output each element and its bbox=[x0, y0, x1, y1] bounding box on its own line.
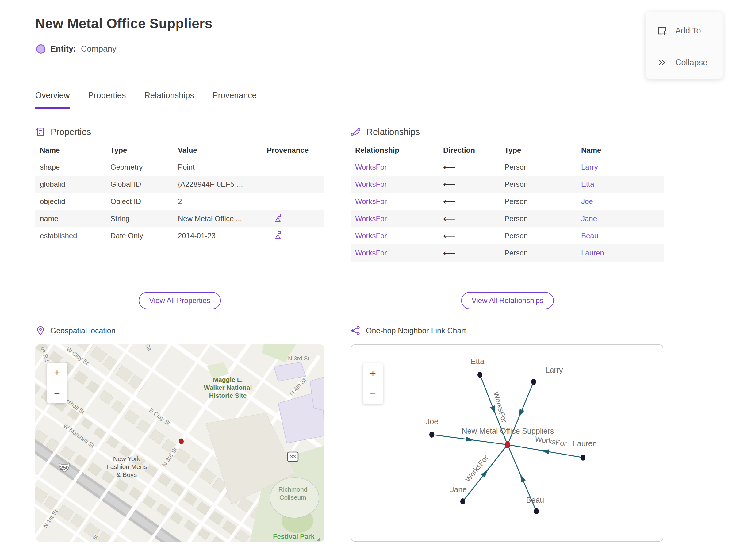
related-entity-link[interactable]: Jane bbox=[581, 214, 597, 223]
related-entity-type: Person bbox=[500, 193, 577, 210]
tab-bar: Overview Properties Relationships Proven… bbox=[35, 91, 257, 109]
property-row: objectidObject ID2 bbox=[35, 193, 324, 210]
page-title: New Metal Office Suppliers bbox=[35, 16, 213, 31]
property-value: Point bbox=[173, 159, 262, 176]
tab-overview[interactable]: Overview bbox=[35, 91, 70, 109]
geospatial-map[interactable]: ok RdW Clay StSaMarshall StW Marshall St… bbox=[35, 344, 324, 542]
relationship-row: WorksFor⟵PersonEtta bbox=[351, 176, 664, 193]
link-chart-section-header: One-hop Neighbor Link Chart bbox=[351, 326, 466, 336]
one-hop-link-chart[interactable]: WorksForWorksForWorksForEttaLarryJoeLaur… bbox=[351, 344, 663, 542]
graph-edge-arrowhead bbox=[518, 473, 526, 482]
graph-node[interactable] bbox=[460, 498, 465, 504]
property-value: 2014-01-23 bbox=[173, 227, 262, 244]
related-entity-type: Person bbox=[500, 244, 577, 262]
property-type: Global ID bbox=[106, 176, 173, 193]
one-hop-chart-icon bbox=[351, 326, 360, 336]
property-name: objectid bbox=[35, 193, 106, 210]
link-chart-canvas: WorksForWorksForWorksForEttaLarryJoeLaur… bbox=[351, 345, 663, 541]
property-row: shapeGeometryPoint bbox=[35, 159, 324, 176]
entity-type-value: Company bbox=[81, 44, 117, 54]
relationship-type-link[interactable]: WorksFor bbox=[355, 249, 387, 257]
provenance-flag-icon[interactable] bbox=[274, 213, 282, 222]
view-all-relationships-button[interactable]: View All Relationships bbox=[461, 292, 554, 309]
graph-node[interactable] bbox=[534, 508, 539, 514]
property-type: Object ID bbox=[106, 193, 173, 210]
property-value: 2 bbox=[173, 193, 262, 210]
relationship-type-link[interactable]: WorksFor bbox=[355, 197, 387, 205]
map-zoom-out-button[interactable]: − bbox=[47, 383, 67, 404]
relationship-type-link[interactable]: WorksFor bbox=[355, 232, 387, 240]
view-all-properties-button[interactable]: View All Properties bbox=[139, 292, 221, 309]
route-shield: 33 bbox=[288, 452, 298, 461]
properties-table: Name Type Value Provenance shapeGeometry… bbox=[35, 142, 324, 244]
graph-node-label: Larry bbox=[546, 366, 563, 374]
related-entity-link[interactable]: Joe bbox=[581, 197, 593, 205]
tab-relationships[interactable]: Relationships bbox=[144, 91, 194, 109]
relationship-type-link[interactable]: WorksFor bbox=[355, 214, 387, 223]
provenance-flag-icon[interactable] bbox=[274, 230, 282, 240]
graph-edge-label: WorksFor bbox=[463, 454, 490, 483]
relationship-type-link[interactable]: WorksFor bbox=[355, 163, 387, 171]
properties-memo-icon bbox=[35, 127, 45, 137]
chart-zoom-in-button[interactable]: + bbox=[363, 363, 383, 384]
double-chevron-right-icon bbox=[657, 57, 667, 68]
property-value: {A228944F-0EF5-... bbox=[173, 176, 262, 193]
map-label: New York bbox=[113, 455, 140, 462]
chart-zoom-control: + − bbox=[363, 363, 383, 404]
direction-arrow: ⟵ bbox=[443, 214, 455, 224]
property-row: establishedDate Only2014-01-23 bbox=[35, 227, 324, 244]
related-entity-link[interactable]: Beau bbox=[581, 232, 598, 240]
actions-popover: Add To Collapse bbox=[646, 12, 723, 79]
direction-arrow: ⟵ bbox=[443, 197, 455, 206]
map-label: Maggie L. bbox=[213, 376, 243, 383]
related-entity-type: Person bbox=[500, 227, 577, 244]
graph-node[interactable] bbox=[581, 455, 585, 461]
property-provenance bbox=[262, 159, 324, 176]
svg-text:33: 33 bbox=[290, 454, 296, 460]
graph-node[interactable] bbox=[531, 379, 536, 385]
property-type: Geometry bbox=[106, 159, 173, 176]
tab-properties[interactable]: Properties bbox=[88, 91, 126, 109]
map-zoom-in-button[interactable]: + bbox=[47, 363, 67, 383]
collapse-label: Collapse bbox=[675, 58, 707, 67]
map-pin-icon bbox=[36, 326, 45, 336]
relationship-row: WorksFor⟵PersonLarry bbox=[351, 159, 664, 176]
property-name: shape bbox=[35, 159, 106, 176]
direction-arrow: ⟵ bbox=[443, 180, 455, 189]
col-header-name: Name bbox=[577, 142, 664, 159]
graph-node-label: Lauren bbox=[573, 439, 597, 448]
map-label: & Boys bbox=[117, 471, 137, 478]
graph-edge-label: WorksFor bbox=[535, 435, 567, 448]
col-header-provenance: Provenance bbox=[262, 142, 324, 159]
direction-arrow: ⟵ bbox=[443, 163, 455, 172]
relationship-type-link[interactable]: WorksFor bbox=[355, 180, 387, 188]
relationships-section-title: Relationships bbox=[366, 127, 420, 137]
property-provenance bbox=[262, 210, 324, 227]
graph-node[interactable] bbox=[429, 432, 434, 438]
col-header-type: Type bbox=[106, 142, 173, 159]
entity-location-marker[interactable] bbox=[179, 439, 184, 444]
collapse-button[interactable]: Collapse bbox=[657, 54, 723, 71]
graph-edge-arrowhead bbox=[541, 448, 549, 454]
related-entity-link[interactable]: Larry bbox=[581, 163, 598, 171]
relationships-table: Relationship Direction Type Name WorksFo… bbox=[351, 142, 664, 262]
entity-type-row: Entity: Company bbox=[36, 44, 117, 54]
chart-zoom-out-button[interactable]: − bbox=[363, 384, 383, 404]
tab-provenance[interactable]: Provenance bbox=[213, 91, 257, 109]
related-entity-type: Person bbox=[500, 159, 577, 176]
property-provenance bbox=[262, 193, 324, 210]
add-to-button[interactable]: Add To bbox=[657, 22, 723, 39]
map-label: Historic Site bbox=[209, 392, 247, 399]
svg-text:250: 250 bbox=[60, 465, 69, 471]
graph-center-node-label: New Metal Office Suppliers bbox=[462, 427, 554, 435]
related-entity-link[interactable]: Lauren bbox=[581, 249, 604, 257]
col-header-type: Type bbox=[500, 142, 577, 159]
graph-center-node[interactable] bbox=[505, 441, 510, 448]
property-provenance bbox=[262, 227, 324, 244]
property-type: Date Only bbox=[106, 227, 173, 244]
graph-node-label: Joe bbox=[426, 417, 438, 426]
properties-section-title: Properties bbox=[51, 127, 91, 137]
graph-node[interactable] bbox=[477, 372, 482, 378]
property-name: globalid bbox=[35, 176, 106, 193]
related-entity-link[interactable]: Etta bbox=[581, 180, 594, 188]
